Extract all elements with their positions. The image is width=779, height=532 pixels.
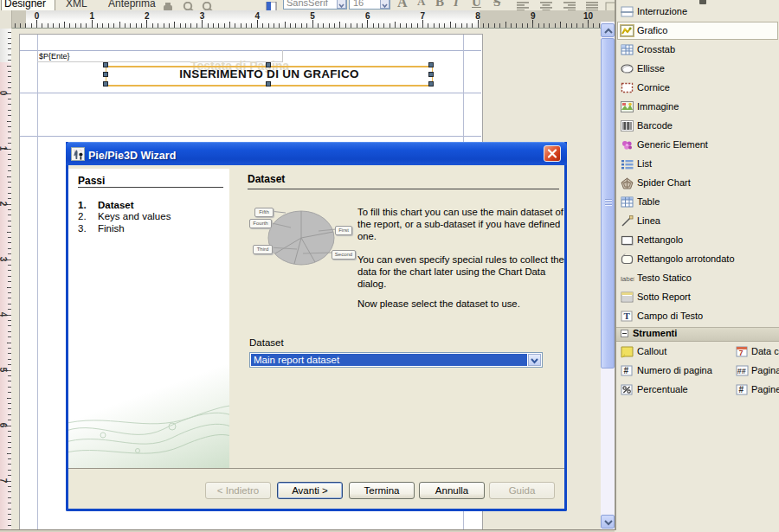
svg-text:label: label xyxy=(621,275,634,283)
svg-text:#: # xyxy=(738,385,744,394)
svg-text:7: 7 xyxy=(739,349,744,357)
svg-text:T: T xyxy=(623,311,630,321)
svg-text:##: ## xyxy=(737,367,746,375)
svg-text:#: # xyxy=(623,366,628,375)
